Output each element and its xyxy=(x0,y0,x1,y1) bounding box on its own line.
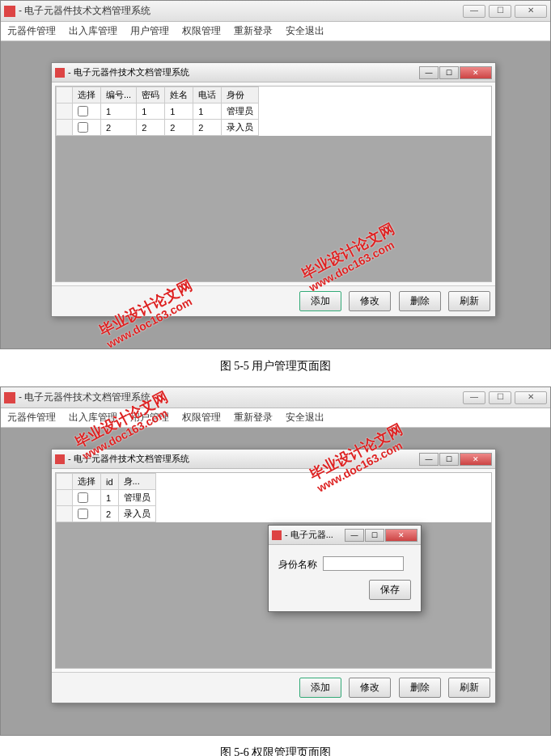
dialog-icon xyxy=(272,530,282,540)
dialog-titlebar: - 电子元器... — ☐ ✕ xyxy=(269,526,421,545)
dialog-maximize-button[interactable]: ☐ xyxy=(365,529,384,542)
menu-relogin[interactable]: 重新登录 xyxy=(234,24,273,38)
cell[interactable]: 2 xyxy=(165,120,193,136)
child-icon xyxy=(55,454,65,464)
child-maximize-button[interactable]: ☐ xyxy=(439,66,459,79)
col-id[interactable]: 编号... xyxy=(101,87,137,103)
add-button[interactable]: 添加 xyxy=(299,291,341,311)
save-button[interactable]: 保存 xyxy=(369,580,411,600)
cell[interactable]: 2 xyxy=(193,120,222,136)
delete-button[interactable]: 删除 xyxy=(399,678,441,698)
add-button[interactable]: 添加 xyxy=(299,678,341,698)
refresh-button[interactable]: 刷新 xyxy=(448,291,490,311)
col-name[interactable]: 姓名 xyxy=(165,87,193,103)
window-controls: — ☐ ✕ xyxy=(463,391,547,404)
menu-permissions[interactable]: 权限管理 xyxy=(182,411,221,424)
table-row[interactable]: 1 管理员 xyxy=(57,490,156,506)
row-select-checkbox[interactable] xyxy=(78,122,88,133)
grid-header-row: 选择 编号... 密码 姓名 电话 身份 xyxy=(57,87,259,103)
col-role[interactable]: 身份 xyxy=(222,87,259,103)
table-row[interactable]: 1 1 1 1 管理员 xyxy=(57,103,259,120)
child-minimize-button[interactable]: — xyxy=(419,453,439,466)
delete-button[interactable]: 删除 xyxy=(399,291,441,311)
child-close-button[interactable]: ✕ xyxy=(460,453,492,466)
cell-checkbox[interactable] xyxy=(73,490,101,506)
child-body: 选择 编号... 密码 姓名 电话 身份 1 1 1 xyxy=(52,82,495,285)
dialog-close-button[interactable]: ✕ xyxy=(385,529,417,542)
close-button[interactable]: ✕ xyxy=(515,391,547,404)
main-window: - 电子元器件技术文档管理系统 — ☐ ✕ 元器件管理 出入库管理 用户管理 权… xyxy=(1,387,550,735)
edit-button[interactable]: 修改 xyxy=(349,678,391,698)
table-row[interactable]: 2 2 2 2 录入员 xyxy=(57,120,259,136)
child-title: - 电子元器件技术文档管理系统 xyxy=(68,66,418,78)
maximize-button[interactable]: ☐ xyxy=(489,5,511,18)
menu-exit[interactable]: 安全退出 xyxy=(286,24,324,38)
cell[interactable]: 录入员 xyxy=(118,506,155,522)
row-indicator xyxy=(57,506,73,522)
refresh-button[interactable]: 刷新 xyxy=(448,678,490,698)
minimize-button[interactable]: — xyxy=(463,391,485,404)
dialog-minimize-button[interactable]: — xyxy=(345,529,364,542)
col-phone[interactable]: 电话 xyxy=(193,87,222,103)
figure-5-6: - 电子元器件技术文档管理系统 — ☐ ✕ 元器件管理 出入库管理 用户管理 权… xyxy=(0,386,551,736)
child-minimize-button[interactable]: — xyxy=(419,66,439,79)
users-grid[interactable]: 选择 编号... 密码 姓名 电话 身份 1 1 1 xyxy=(55,86,492,282)
cell[interactable]: 1 xyxy=(193,103,222,120)
cell[interactable]: 录入员 xyxy=(222,120,259,136)
menu-users[interactable]: 用户管理 xyxy=(130,24,169,38)
menubar: 元器件管理 出入库管理 用户管理 权限管理 重新登录 安全退出 xyxy=(1,408,550,428)
cell-checkbox[interactable] xyxy=(73,103,101,120)
col-password[interactable]: 密码 xyxy=(137,87,165,103)
col-role[interactable]: 身... xyxy=(118,474,155,490)
dialog-title: - 电子元器... xyxy=(285,529,344,541)
menu-exit[interactable]: 安全退出 xyxy=(286,411,324,424)
menu-components[interactable]: 元器件管理 xyxy=(7,24,56,38)
menu-components[interactable]: 元器件管理 xyxy=(7,411,56,424)
menu-inventory[interactable]: 出入库管理 xyxy=(69,411,117,424)
table-row[interactable]: 2 录入员 xyxy=(57,506,156,522)
cell[interactable]: 1 xyxy=(165,103,193,120)
cell[interactable]: 1 xyxy=(101,490,119,506)
rowheader-blank xyxy=(57,474,73,490)
menu-users[interactable]: 用户管理 xyxy=(130,411,169,424)
cell[interactable]: 2 xyxy=(137,120,165,136)
child-window-users: - 电子元器件技术文档管理系统 — ☐ ✕ 选择 编号... 密码 xyxy=(51,62,496,317)
figure-5-5: - 电子元器件技术文档管理系统 — ☐ ✕ 元器件管理 出入库管理 用户管理 权… xyxy=(0,0,551,349)
menu-relogin[interactable]: 重新登录 xyxy=(234,411,273,424)
maximize-button[interactable]: ☐ xyxy=(489,391,511,404)
cell-checkbox[interactable] xyxy=(73,120,101,136)
minimize-button[interactable]: — xyxy=(463,5,485,18)
child-maximize-button[interactable]: ☐ xyxy=(439,453,459,466)
row-indicator xyxy=(57,103,73,120)
main-titlebar: - 电子元器件技术文档管理系统 — ☐ ✕ xyxy=(1,1,550,22)
row-select-checkbox[interactable] xyxy=(78,509,88,519)
close-button[interactable]: ✕ xyxy=(515,5,547,18)
col-select[interactable]: 选择 xyxy=(73,87,101,103)
figure-caption: 图 5-5 用户管理页面图 xyxy=(0,353,551,386)
child-icon xyxy=(55,68,65,78)
figure-caption: 图 5-6 权限管理页面图 xyxy=(0,739,551,756)
menu-inventory[interactable]: 出入库管理 xyxy=(69,24,117,38)
cell[interactable]: 2 xyxy=(101,506,119,522)
col-select[interactable]: 选择 xyxy=(73,474,101,490)
cell[interactable]: 1 xyxy=(101,103,137,120)
edit-button[interactable]: 修改 xyxy=(349,291,391,311)
child-title: - 电子元器件技术文档管理系统 xyxy=(68,453,418,465)
cell[interactable]: 1 xyxy=(137,103,165,120)
mdi-area: - 电子元器件技术文档管理系统 — ☐ ✕ 选择 编号... 密码 xyxy=(1,41,550,348)
grid-header-row: 选择 id 身... xyxy=(57,474,156,490)
grid-empty-area xyxy=(56,136,491,281)
row-select-checkbox[interactable] xyxy=(78,106,88,116)
menu-permissions[interactable]: 权限管理 xyxy=(182,24,221,38)
role-name-input[interactable] xyxy=(323,556,404,571)
app-title: - 电子元器件技术文档管理系统 xyxy=(19,391,463,404)
cell[interactable]: 管理员 xyxy=(222,103,259,120)
col-id[interactable]: id xyxy=(101,474,119,490)
mdi-area: - 电子元器件技术文档管理系统 — ☐ ✕ 选择 id 身... xyxy=(1,428,550,735)
row-select-checkbox[interactable] xyxy=(78,492,88,503)
cell-checkbox[interactable] xyxy=(73,506,101,522)
app-title: - 电子元器件技术文档管理系统 xyxy=(19,4,463,18)
cell[interactable]: 管理员 xyxy=(118,490,155,506)
cell[interactable]: 2 xyxy=(101,120,137,136)
child-close-button[interactable]: ✕ xyxy=(460,66,492,79)
